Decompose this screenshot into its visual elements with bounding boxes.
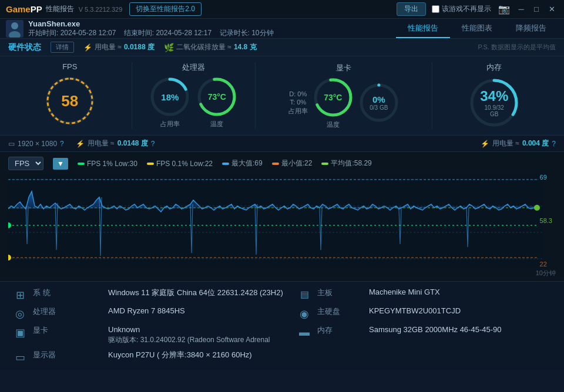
gpu-driver-value: 驱动版本: 31.0.24002.92 (Radeon Software Adr… <box>108 335 291 345</box>
tab-group: 性能报告 性能图表 降频报告 <box>396 19 558 38</box>
gpu-power-help-icon[interactable]: ? <box>552 140 556 148</box>
power-value: 0.0188 度 <box>124 42 155 52</box>
mem-detail: 10.9/32 GB <box>480 104 508 117</box>
mem-sys-icon: ▬ <box>296 325 313 339</box>
gpu-vram-value-wrap: 0% 0/3 GB <box>370 94 388 111</box>
system-icon: ⊞ <box>12 288 28 302</box>
gpu-d-usage: D: 0% <box>289 90 307 97</box>
fps-chart: 69 58.3 22 <box>8 174 556 268</box>
window-controls: ─ □ ✕ <box>515 3 558 16</box>
gpu-power-value: 0.004 度 <box>522 138 549 148</box>
metric-select[interactable]: FPS <box>8 157 43 170</box>
tabs-row: YuanShen.exe 开始时间: 2024-05-28 12:07 结束时间… <box>0 19 564 39</box>
hw-note: P.S. 数据图显示的是平均值 <box>478 43 556 52</box>
display-icon: ▭ <box>8 140 15 148</box>
app-logo: GamePP <box>6 4 42 14</box>
legend-label-fps01: FPS 0.1% Low:22 <box>156 160 213 168</box>
system-value: Windows 11 家庭版 China 64位 22631.2428 (23H… <box>108 288 291 298</box>
fps-value: 58 <box>61 93 78 109</box>
no-show-checkbox[interactable] <box>432 5 439 13</box>
hw-detail-button[interactable]: 详情 <box>51 42 74 53</box>
legend-max: 最大值:69 <box>222 158 263 168</box>
power-label: 用电量 ≈ <box>95 42 122 52</box>
mem-label: 内存 <box>486 62 502 73</box>
storage-icon: ◉ <box>296 306 313 320</box>
export-button[interactable]: 导出 <box>397 2 426 16</box>
legend-dot-fps1 <box>78 163 85 165</box>
minimize-button[interactable]: ─ <box>515 3 528 16</box>
cpu-usage-gauge: 18% <box>149 76 190 117</box>
svg-point-1 <box>11 22 18 29</box>
gpu-vram-pct: 0% <box>370 94 388 104</box>
game-info: YuanShen.exe 开始时间: 2024-05-28 12:07 结束时间… <box>6 19 396 38</box>
gpu-sys-label: 显卡 <box>33 325 103 336</box>
legend-min: 最小值:22 <box>272 158 313 168</box>
avatar <box>6 20 24 38</box>
resolution-help-icon[interactable]: ? <box>60 140 64 148</box>
chart-legend: FPS 1% Low:30 FPS 0.1% Low:22 最大值:69 最小值… <box>78 158 372 168</box>
storage-label: 主硬盘 <box>317 306 364 317</box>
display-sys-value: Kuycon P27U ( 分辨率:3840 × 2160 60Hz) <box>108 350 291 360</box>
co2-label: 二氧化碳排放量 ≈ <box>176 42 231 52</box>
mem-value-container: 34% 10.9/32 GB <box>480 88 508 117</box>
legend-fps-1pct: FPS 1% Low:30 <box>78 160 137 168</box>
mb-label: 主板 <box>317 288 364 298</box>
co2-value: 14.8 克 <box>234 42 257 52</box>
gpu-temp-gauge: 73°C <box>313 77 354 118</box>
legend-label-fps1: FPS 1% Low:30 <box>87 160 137 168</box>
tab-performance-chart[interactable]: 性能图表 <box>450 19 504 38</box>
mem-sys-label: 内存 <box>317 325 364 336</box>
hardware-status-bar: 硬件状态 详情 ⚡ 用电量 ≈ 0.0188 度 🌿 二氧化碳排放量 ≈ 14.… <box>0 39 564 56</box>
info-bar: ▭ 1920 × 1080 ? ⚡ 用电量 ≈ 0.0148 度 ? ⚡ 用电量… <box>0 136 564 152</box>
fps-metric: FPS 58 <box>8 62 132 129</box>
cpu-temp-value: 73°C <box>208 92 226 102</box>
legend-dot-min <box>272 163 279 165</box>
report-title: 性能报告 <box>46 4 74 14</box>
gpu-metric: 显卡 D: 0% T: 0% 占用率 73°C <box>256 62 432 129</box>
metrics-row: FPS 58 处理器 18% <box>0 56 564 136</box>
mb-value: Machenike Mini GTX <box>369 288 552 296</box>
cpu-power-icon: ⚡ <box>76 140 85 148</box>
mem-gauge: 34% 10.9/32 GB <box>468 76 521 129</box>
no-show-label: 该游戏不再显示 <box>442 4 491 14</box>
cpu-sys-label: 处理器 <box>33 306 103 317</box>
maximize-button[interactable]: □ <box>530 3 543 16</box>
legend-avg: 平均值:58.29 <box>321 158 371 168</box>
cpu-usage-value: 18% <box>161 92 179 102</box>
power-icon: ⚡ <box>83 43 92 52</box>
system-info: ⊞ 系 统 Windows 11 家庭版 China 64位 22631.242… <box>0 281 564 370</box>
gpu-t-usage: T: 0% <box>290 99 307 106</box>
cpu-metric: 处理器 18% 占用率 <box>132 62 256 129</box>
storage-value: KPEGYMTBW2U001TCJD <box>369 306 552 315</box>
mem-sys-value: Samsung 32GB 2000MHz 46-45-45-90 <box>369 325 552 334</box>
game-title: YuanShen.exe <box>28 19 274 28</box>
gpu-vram-gauge: 0% 0/3 GB <box>358 82 400 123</box>
gpu-power-icon: ⚡ <box>481 140 489 148</box>
switch-report-button[interactable]: 切换至性能报告2.0 <box>129 2 202 16</box>
titlebar: GamePP 性能报告 V 5.3.2212.329 切换至性能报告2.0 导出… <box>0 0 564 19</box>
tab-throttle-report[interactable]: 降频报告 <box>504 19 558 38</box>
tab-performance-report[interactable]: 性能报告 <box>396 19 450 38</box>
chart-dropdown-button[interactable]: ▼ <box>53 158 68 170</box>
gpu-power-info: ⚡ 用电量 ≈ 0.004 度 ? <box>481 138 556 148</box>
cpu-usage-sub: 占用率 <box>160 120 180 129</box>
gpu-power-label: 用电量 ≈ <box>492 138 519 148</box>
cpu-usage-value-wrap: 18% <box>161 92 179 102</box>
fps-gauge: 58 <box>43 75 96 127</box>
cpu-power-label: 用电量 ≈ <box>88 138 115 148</box>
cpu-sys-icon: ◎ <box>12 306 28 320</box>
close-button[interactable]: ✕ <box>545 3 558 16</box>
display-sys-icon: ▭ <box>12 350 28 364</box>
camera-icon[interactable]: 📷 <box>498 4 510 15</box>
legend-dot-max <box>222 163 229 165</box>
gpu-sys-value: Unknown 驱动版本: 31.0.24002.92 (Radeon Soft… <box>108 325 291 345</box>
cpu-power-help-icon[interactable]: ? <box>151 140 155 148</box>
co2-stat: 🌿 二氧化碳排放量 ≈ 14.8 克 <box>164 42 257 52</box>
cpu-label: 处理器 <box>182 62 205 73</box>
gpu-temp-sub: 温度 <box>327 120 340 129</box>
gpu-temp-value-wrap: 73°C <box>324 93 342 102</box>
resolution-value: 1920 × 1080 <box>18 140 57 148</box>
version-label: V 5.3.2212.329 <box>79 6 123 13</box>
mem-pct: 34% <box>480 88 508 104</box>
display-sys-label: 显示器 <box>33 350 103 360</box>
